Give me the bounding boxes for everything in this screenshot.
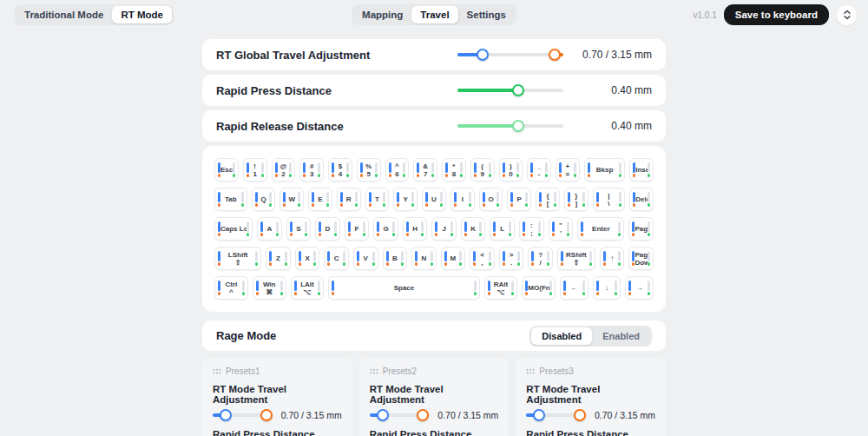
key--[interactable]: :; — [519, 217, 544, 241]
key--[interactable]: ^6 — [385, 158, 410, 182]
key--[interactable]: ← — [560, 276, 589, 300]
min-thumb[interactable] — [377, 409, 389, 421]
key-q[interactable]: Q — [252, 188, 276, 211]
tab-settings[interactable]: Settings — [458, 6, 515, 23]
key-a[interactable]: A — [257, 217, 282, 241]
range-slider[interactable] — [526, 409, 586, 421]
key-n[interactable]: N — [411, 247, 437, 270]
key--[interactable]: "' — [549, 217, 574, 241]
preset-name: Presets2 — [383, 367, 417, 376]
key-delete[interactable]: Delete — [629, 188, 654, 211]
key--[interactable]: _- — [527, 158, 551, 182]
key-w[interactable]: W — [279, 188, 304, 211]
min-thumb[interactable] — [533, 409, 545, 421]
grip-icon[interactable] — [370, 368, 378, 375]
key-bksp[interactable]: Bksp — [584, 158, 626, 182]
key--[interactable]: )0 — [499, 158, 523, 182]
save-to-keyboard-button[interactable]: Save to keyboard — [724, 4, 829, 25]
key-rshift[interactable]: RShift⇧ — [557, 247, 595, 270]
key-g[interactable]: G — [373, 217, 398, 241]
key--[interactable]: !1 — [243, 158, 267, 182]
key--[interactable]: (9 — [470, 158, 495, 182]
tab-mapping[interactable]: Mapping — [353, 6, 411, 23]
key--[interactable]: <, — [470, 247, 495, 270]
key-insert[interactable]: Insert — [629, 158, 654, 182]
key-ralt[interactable]: RAlt⌥ — [484, 276, 518, 300]
key--[interactable]: += — [556, 158, 580, 182]
rage-disabled[interactable]: Disabled — [531, 327, 592, 345]
range-slider[interactable] — [370, 409, 430, 421]
tab-travel[interactable]: Travel — [411, 6, 457, 23]
key-u[interactable]: U — [422, 188, 446, 211]
min-thumb[interactable] — [220, 409, 232, 421]
mode-rt-mode[interactable]: RT Mode — [112, 6, 172, 23]
max-thumb[interactable] — [574, 409, 586, 421]
key-ctrl[interactable]: Ctrl^ — [214, 276, 248, 300]
key--[interactable]: @2 — [272, 158, 296, 182]
key--[interactable]: }] — [564, 188, 589, 211]
key-tab[interactable]: Tab — [214, 188, 247, 211]
rt-indicator — [401, 251, 404, 266]
key-r[interactable]: R — [337, 188, 361, 211]
key-o[interactable]: O — [479, 188, 503, 211]
key-win[interactable]: Win⌘ — [253, 276, 286, 300]
key-b[interactable]: B — [383, 247, 408, 270]
rt-indicator — [648, 192, 650, 207]
key--[interactable]: → — [625, 276, 654, 300]
key-space[interactable]: Space — [328, 276, 479, 300]
key-f[interactable]: F — [345, 217, 370, 241]
chevron-up-down-button[interactable] — [836, 4, 858, 26]
key-t[interactable]: T — [365, 188, 390, 211]
key-k[interactable]: K — [461, 217, 486, 241]
key--[interactable]: $4 — [328, 158, 352, 182]
grip-icon[interactable] — [526, 368, 535, 375]
key-j[interactable]: J — [431, 217, 457, 241]
key-s[interactable]: S — [286, 217, 312, 241]
key-page[interactable]: PageDown — [628, 247, 654, 270]
key--[interactable]: >. — [499, 247, 524, 270]
key-y[interactable]: Y — [393, 188, 418, 211]
max-thumb[interactable] — [417, 409, 429, 421]
slider-thumb[interactable] — [512, 84, 524, 96]
key--[interactable]: #3 — [299, 158, 324, 182]
key-enter[interactable]: Enter — [577, 217, 624, 241]
key-v[interactable]: V — [353, 247, 378, 270]
range-slider[interactable] — [457, 49, 563, 61]
key--[interactable]: ↑ — [600, 247, 625, 270]
key-mo-fn-[interactable]: MO(Fn) — [522, 276, 556, 300]
key-h[interactable]: H — [403, 217, 428, 241]
key-d[interactable]: D — [315, 217, 340, 241]
mode-traditional-mode[interactable]: Traditional Mode — [16, 6, 112, 23]
key-e[interactable]: E — [308, 188, 332, 211]
key-z[interactable]: Z — [266, 247, 291, 270]
rage-enabled[interactable]: Enabled — [592, 327, 650, 345]
key--[interactable]: ?/ — [528, 247, 553, 270]
key-p[interactable]: P — [507, 188, 531, 211]
key-x[interactable]: X — [295, 247, 320, 270]
grip-icon[interactable] — [213, 368, 221, 375]
slider-thumb[interactable] — [512, 120, 524, 132]
key-caps-lock[interactable]: Caps Lock — [214, 217, 253, 241]
value-slider[interactable] — [457, 84, 563, 96]
key-c[interactable]: C — [324, 247, 349, 270]
key-lshift[interactable]: LShift⇧ — [214, 247, 261, 270]
key-esc[interactable]: Esc — [214, 158, 239, 182]
value-slider[interactable] — [457, 120, 563, 132]
key--[interactable]: {[ — [536, 188, 560, 211]
key-label: N — [418, 254, 431, 262]
range-slider[interactable] — [213, 409, 273, 421]
key-i[interactable]: I — [450, 188, 475, 211]
key-lalt[interactable]: LAlt⌥ — [291, 276, 325, 300]
min-thumb[interactable] — [477, 49, 489, 61]
key--[interactable]: %5 — [357, 158, 381, 182]
max-thumb[interactable] — [260, 409, 273, 421]
key--[interactable]: ↓ — [593, 276, 621, 300]
key--[interactable]: |\ — [593, 188, 626, 211]
key--[interactable]: *8 — [442, 158, 466, 182]
key-page-up[interactable]: Page Up — [628, 217, 654, 241]
key-l[interactable]: L — [490, 217, 515, 241]
max-thumb[interactable] — [549, 49, 561, 61]
key-m[interactable]: M — [441, 247, 466, 270]
key--[interactable]: &7 — [413, 158, 437, 182]
preset-press-label: Rapid Press Distance — [370, 429, 499, 436]
